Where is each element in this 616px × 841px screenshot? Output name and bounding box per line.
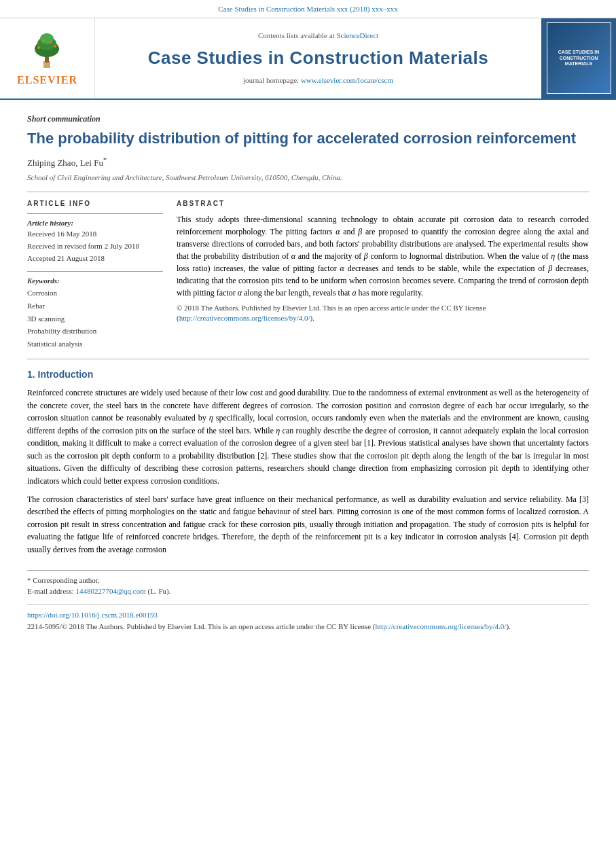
corresponding-marker: *	[103, 156, 107, 164]
journal-thumbnail: CASE STUDIES IN CONSTRUCTION MATERIALS	[547, 22, 611, 94]
journal-header-bar: Case Studies in Construction Materials x…	[0, 0, 616, 18]
abstract-text: This study adopts three-dimensional scan…	[177, 213, 589, 299]
doi-section: https://doi.org/10.1016/j.cscm.2018.e001…	[27, 604, 589, 632]
svg-point-6	[54, 45, 56, 48]
corresponding-label: * Corresponding author.	[27, 576, 100, 584]
keywords-label: Keywords:	[27, 276, 163, 287]
thumbnail-title: CASE STUDIES IN CONSTRUCTION MATERIALS	[551, 50, 607, 67]
email-note: E-mail address: 14480227704@qq.com (L. F…	[27, 586, 589, 597]
elsevier-tree-icon	[20, 29, 74, 69]
elsevier-wordmark: ELSEVIER	[17, 72, 77, 88]
email-suffix: (L. Fu).	[148, 587, 171, 595]
history-label: Article history:	[27, 218, 163, 229]
article-info-column: ARTICLE INFO Article history: Received 1…	[27, 199, 163, 351]
authors-line: Zhiping Zhao, Lei Fu*	[27, 156, 589, 170]
abstract-label: ABSTRACT	[177, 199, 589, 209]
abstract-column: ABSTRACT This study adopts three-dimensi…	[177, 199, 589, 351]
keywords-list: Corrosion Rebar 3D scanning Probability …	[27, 287, 163, 350]
journal-thumbnail-area: CASE STUDIES IN CONSTRUCTION MATERIALS	[541, 18, 616, 99]
copyright-text: © 2018 The Authors. Published by Elsevie…	[177, 303, 589, 325]
article-history-block: Article history: Received 16 May 2018 Re…	[27, 213, 163, 265]
introduction-para2: The corrosion characteristics of steel b…	[27, 493, 589, 556]
cc-license-link-2[interactable]: http://creativecommons.org/licenses/by/4…	[376, 622, 507, 630]
main-content: Short communication The probability dist…	[0, 100, 616, 639]
page: Case Studies in Construction Materials x…	[0, 0, 616, 841]
article-type: Short communication	[27, 113, 589, 125]
cc-license-link[interactable]: http://creativecommons.org/licenses/by/4…	[179, 314, 310, 322]
journal-citation: Case Studies in Construction Materials x…	[218, 5, 397, 13]
introduction-para1: Reinforced concrete structures are widel…	[27, 387, 589, 488]
email-link[interactable]: 14480227704@qq.com	[75, 587, 145, 595]
elsevier-logo: ELSEVIER	[17, 29, 77, 88]
svg-point-8	[50, 41, 52, 43]
journal-title: Case Studies in Construction Materials	[148, 46, 489, 71]
journal-title-area: Contents lists available at ScienceDirec…	[95, 18, 541, 99]
introduction-heading: 1. Introduction	[27, 368, 589, 381]
author-names: Zhiping Zhao, Lei Fu	[27, 158, 103, 168]
article-title: The probability distribution of pitting …	[27, 129, 589, 149]
journal-header: ELSEVIER Contents lists available at Sci…	[0, 18, 616, 100]
article-info-label: ARTICLE INFO	[27, 199, 163, 209]
divider-2	[27, 359, 589, 359]
svg-point-7	[43, 40, 45, 42]
info-abstract-columns: ARTICLE INFO Article history: Received 1…	[27, 199, 589, 351]
email-label: E-mail address:	[27, 587, 74, 595]
keywords-block: Keywords: Corrosion Rebar 3D scanning Pr…	[27, 271, 163, 350]
affiliation: School of Civil Engineering and Architec…	[27, 173, 589, 183]
received-date: Received 16 May 2018 Received in revised…	[27, 228, 163, 264]
footnote-area: * Corresponding author. E-mail address: …	[27, 570, 589, 597]
corresponding-note: * Corresponding author.	[27, 575, 589, 586]
divider-1	[27, 192, 589, 192]
publisher-logo-area: ELSEVIER	[0, 18, 95, 99]
sciencedirect-link[interactable]: ScienceDirect	[336, 31, 378, 39]
svg-point-5	[37, 46, 40, 49]
homepage-line: journal homepage: www.elsevier.com/locat…	[243, 75, 393, 86]
doi-link[interactable]: https://doi.org/10.1016/j.cscm.2018.e001…	[27, 611, 158, 619]
contents-line: Contents lists available at ScienceDirec…	[258, 31, 378, 41]
issn-text: 2214-5095/© 2018 The Authors. Published …	[27, 621, 589, 632]
homepage-link[interactable]: www.elsevier.com/locate/cscm	[301, 76, 393, 84]
